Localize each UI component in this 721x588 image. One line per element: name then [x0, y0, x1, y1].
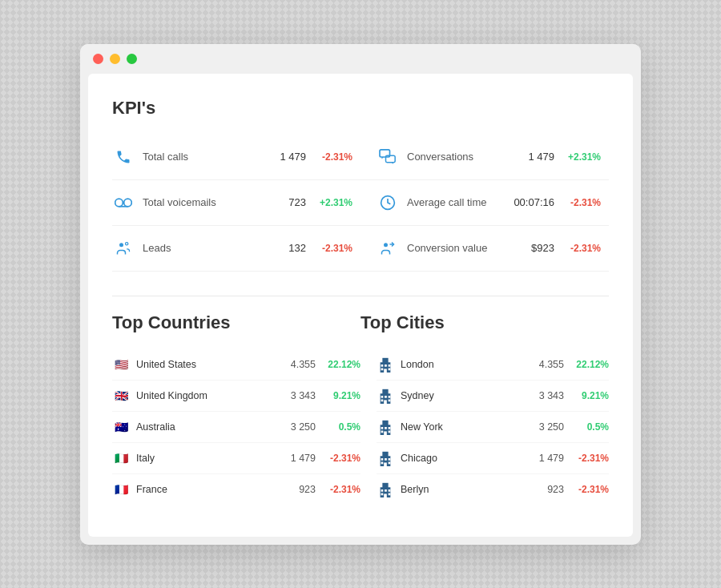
- kpi-voicemails: Total voicemails 723 +2.31%: [112, 180, 360, 226]
- svg-rect-26: [382, 420, 388, 425]
- list-item: Berlyn 923 -2.31%: [377, 474, 609, 505]
- country-change: 9.21%: [322, 390, 360, 401]
- conversion-value-change: -2.31%: [562, 243, 601, 254]
- bottom-grid: Top Countries 🇺🇸 United States 4.355 22.…: [112, 312, 609, 505]
- country-label: United Kingdom: [136, 390, 273, 401]
- maximize-button[interactable]: [127, 54, 137, 64]
- total-calls-label: Total calls: [143, 151, 254, 163]
- svg-rect-48: [384, 493, 387, 497]
- kpi-conversion-value: Conversion value $923 -2.31%: [360, 226, 609, 272]
- city-building-icon: [377, 449, 394, 467]
- kpi-left-column: Total calls 1 479 -2.31% Total voicemail…: [112, 135, 360, 272]
- svg-rect-21: [389, 396, 391, 398]
- conversion-value-label: Conversion value: [407, 242, 502, 254]
- city-building-icon: [377, 481, 394, 498]
- svg-rect-27: [381, 427, 384, 429]
- voicemails-label: Total voicemails: [143, 196, 254, 208]
- svg-rect-40: [384, 462, 387, 466]
- list-item: Chicago 1 479 -2.31%: [377, 443, 609, 474]
- svg-rect-22: [381, 399, 384, 401]
- list-item: London 4.355 22.12%: [377, 349, 609, 381]
- city-change: 9.21%: [570, 390, 609, 401]
- svg-rect-43: [381, 489, 384, 492]
- country-value: 4.355: [280, 359, 316, 370]
- main-content: KPI's Total calls 1 479 -2.31%: [88, 74, 633, 537]
- conversations-icon: [377, 146, 399, 168]
- city-label: Sydney: [401, 390, 522, 401]
- voicemails-change: +2.31%: [314, 197, 352, 208]
- city-label: New York: [401, 421, 522, 433]
- close-button[interactable]: [93, 54, 103, 64]
- conversion-value-val: $923: [510, 242, 554, 254]
- city-change: -2.31%: [570, 484, 609, 495]
- svg-rect-20: [385, 396, 387, 398]
- svg-rect-42: [382, 482, 388, 488]
- list-item: 🇮🇹 Italy 1 479 -2.31%: [112, 443, 360, 474]
- uk-flag: 🇬🇧: [112, 387, 130, 405]
- svg-rect-19: [381, 396, 384, 398]
- country-change: 22.12%: [322, 359, 360, 370]
- city-building-icon: [377, 387, 394, 405]
- svg-rect-47: [389, 493, 391, 495]
- countries-title: Top Countries: [112, 312, 360, 333]
- country-label: United States: [136, 359, 273, 370]
- au-flag: 🇦🇺: [112, 418, 130, 436]
- titlebar: [80, 44, 641, 74]
- svg-point-3: [119, 243, 123, 247]
- svg-point-4: [126, 242, 128, 244]
- svg-rect-39: [389, 461, 391, 464]
- total-calls-change: -2.31%: [314, 151, 352, 163]
- city-value: 4.355: [528, 359, 564, 370]
- conversations-change: +2.31%: [562, 151, 601, 163]
- kpi-conversations: Conversations 1 479 +2.31%: [360, 135, 609, 180]
- svg-rect-38: [381, 461, 384, 464]
- kpi-total-calls: Total calls 1 479 -2.31%: [112, 135, 360, 180]
- svg-rect-11: [381, 364, 384, 367]
- cities-title: Top Cities: [360, 312, 609, 333]
- svg-rect-14: [381, 368, 384, 370]
- app-window: KPI's Total calls 1 479 -2.31%: [80, 44, 641, 545]
- kpi-leads: Leads 132 -2.31%: [112, 226, 360, 272]
- svg-rect-10: [382, 357, 388, 363]
- svg-rect-46: [381, 493, 384, 495]
- kpi-grid: Total calls 1 479 -2.31% Total voicemail…: [112, 135, 609, 272]
- phone-icon: [112, 146, 135, 168]
- kpi-section-title: KPI's: [112, 98, 609, 119]
- minimize-button[interactable]: [110, 54, 120, 64]
- avg-call-time-value: 00:07:16: [510, 196, 554, 208]
- svg-rect-44: [385, 489, 387, 492]
- country-change: -2.31%: [322, 484, 360, 495]
- city-change: 22.12%: [570, 359, 609, 370]
- country-value: 3 250: [280, 421, 316, 433]
- svg-rect-36: [385, 458, 387, 461]
- total-calls-value: 1 479: [262, 151, 306, 163]
- leads-change: -2.31%: [314, 243, 352, 254]
- country-label: France: [136, 484, 273, 495]
- list-item: Sydney 3 343 9.21%: [377, 381, 609, 412]
- svg-point-8: [384, 243, 388, 247]
- svg-point-0: [115, 199, 123, 207]
- country-label: Australia: [136, 421, 273, 433]
- kpi-avg-call-time: Average call time 00:07:16 -2.31%: [360, 180, 609, 226]
- list-item: 🇬🇧 United Kingdom 3 343 9.21%: [112, 381, 360, 412]
- voicemail-icon: [112, 191, 135, 214]
- conversations-value: 1 479: [510, 151, 554, 163]
- country-change: -2.31%: [322, 453, 360, 464]
- svg-rect-13: [389, 364, 391, 367]
- conversations-label: Conversations: [407, 151, 502, 163]
- cities-list: London 4.355 22.12%: [360, 349, 609, 505]
- svg-rect-32: [384, 431, 387, 435]
- svg-rect-12: [385, 364, 387, 367]
- svg-rect-37: [389, 458, 391, 461]
- it-flag: 🇮🇹: [112, 449, 130, 467]
- city-label: Berlyn: [401, 484, 522, 495]
- list-item: 🇦🇺 Australia 3 250 0.5%: [112, 412, 360, 443]
- conversion-icon: [377, 237, 399, 260]
- list-item: New York 3 250 0.5%: [377, 412, 609, 443]
- city-change: -2.31%: [570, 453, 609, 464]
- city-building-icon: [377, 418, 394, 436]
- list-item: 🇺🇸 United States 4.355 22.12%: [112, 349, 360, 381]
- country-value: 3 343: [280, 390, 316, 401]
- svg-rect-15: [389, 368, 391, 370]
- country-value: 923: [280, 484, 316, 495]
